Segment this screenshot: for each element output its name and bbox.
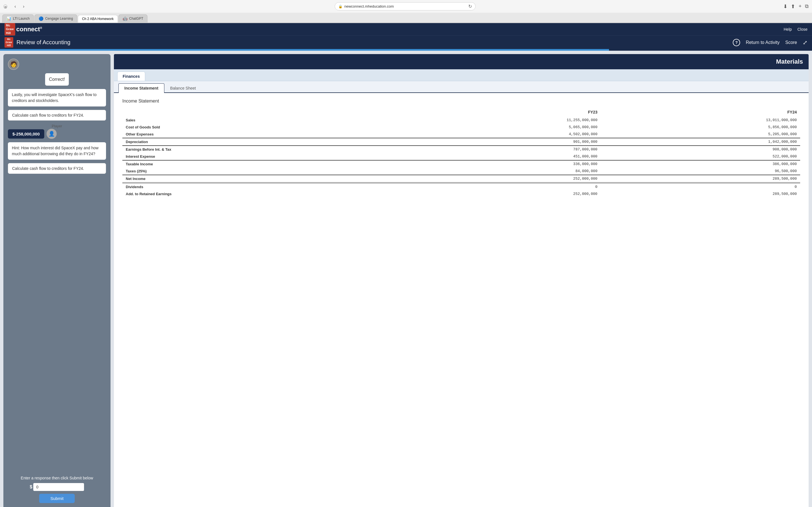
materials-tabs-row: Finances [114, 69, 809, 81]
row-label: Taxable Income [122, 160, 402, 168]
url-text: newconnect.mheducation.com [344, 4, 394, 8]
close-link[interactable]: Close [797, 27, 808, 32]
row-label: Add. to Retained Earnings [122, 190, 402, 198]
row-fy23: 84,000,000 [402, 168, 601, 175]
browser-nav-buttons: ‹ › [12, 3, 27, 10]
score-button[interactable]: Score [785, 40, 797, 45]
dollar-sign: $ [30, 485, 33, 490]
row-fy24: 96,500,000 [601, 168, 800, 175]
chatgpt-favicon: 🤖 [123, 16, 128, 21]
window-controls: ⊞ [3, 4, 7, 8]
tab-cengage[interactable]: 🔵 Cengage Learning [35, 14, 77, 22]
row-fy24: 5,205,000,000 [601, 131, 800, 138]
calculate-creditors-button-1[interactable]: Calculate cash flow to creditors for FY2… [8, 110, 106, 121]
row-fy24: 5,856,000,000 [601, 124, 800, 131]
statement-container: Income Statement FY23 FY24 Sales11,255,0… [114, 93, 809, 203]
statement-title: Income Statement [122, 99, 800, 104]
table-row: Earnings Before Int. & Tax787,000,000908… [122, 146, 800, 153]
table-row: Taxes (25%)84,000,00096,500,000 [122, 168, 800, 175]
lti-favicon: 📊 [6, 16, 11, 21]
player-response-section: Player $-258,000,000 👤 [8, 124, 106, 139]
browser-chrome: ⊞ ‹ › 🔒 newconnect.mheducation.com ↻ ⬇ ⬆… [0, 0, 812, 23]
cash-flow-intro-message: Lastly, you will investigate SpaceX's ca… [8, 89, 106, 107]
window-grid-btn[interactable]: ⊞ [3, 4, 7, 8]
forward-button[interactable]: › [20, 3, 27, 10]
tab-ch2-label: Ch 2 ABA Homework [82, 17, 114, 21]
player-section: $-258,000,000 👤 [8, 129, 106, 139]
player-label: Player [8, 124, 106, 128]
row-fy23: 252,000,000 [402, 175, 601, 183]
player-answer: $-258,000,000 [8, 129, 44, 138]
row-fy24: 13,011,000,000 [601, 117, 800, 124]
table-row: Depreciation901,000,0001,042,000,000 [122, 138, 800, 146]
tab-chatgpt[interactable]: 🤖 ChatGPT [118, 14, 147, 22]
row-fy23: 336,000,000 [402, 160, 601, 168]
mcgrawhill-logo: Mc Graw Hill [4, 23, 15, 36]
tab-ch2-aba[interactable]: Ch 2 ABA Homework [78, 15, 118, 22]
tab-balance-sheet[interactable]: Balance Sheet [164, 83, 202, 93]
submit-button[interactable]: Submit [39, 494, 75, 503]
row-label: Sales [122, 117, 402, 124]
table-row: Net Income252,000,000289,500,000 [122, 175, 800, 183]
row-label: Dividends [122, 183, 402, 190]
chat-panel: 🧑 Correct! Lastly, you will investigate … [3, 54, 110, 507]
cengage-favicon: 🔵 [39, 16, 43, 21]
correct-message: Correct! [45, 73, 69, 86]
tab-income-statement[interactable]: Income Statement [118, 83, 164, 93]
tab-chatgpt-label: ChatGPT [129, 17, 143, 20]
row-fy23: 5,065,000,000 [402, 124, 601, 131]
response-input[interactable] [33, 483, 84, 491]
help-link[interactable]: Help [783, 27, 792, 32]
row-label: Interest Expense [122, 153, 402, 160]
tab-finances[interactable]: Finances [117, 71, 145, 81]
reload-button[interactable]: ↻ [468, 4, 472, 9]
row-label: Net Income [122, 175, 402, 183]
app-header-top: Mc Graw Hill connect® Help Close [0, 23, 812, 36]
tab-lti-launch[interactable]: 📊 LTI Launch [2, 14, 34, 22]
return-to-activity-button[interactable]: Return to Activity [746, 40, 779, 45]
row-label: Earnings Before Int. & Tax [122, 146, 402, 153]
tabs-icon[interactable]: ⧉ [805, 3, 809, 9]
input-area: Enter a response then click Submit below… [8, 471, 106, 507]
materials-panel: Materials Finances Income Statement Bala… [114, 54, 809, 507]
new-tab-icon[interactable]: + [799, 3, 802, 9]
mc-logo-small: Mc Graw Hill [4, 37, 13, 47]
row-fy23: 901,000,000 [402, 138, 601, 146]
col-header-fy23: FY23 [402, 108, 601, 117]
table-row: Sales11,255,000,00013,011,000,000 [122, 117, 800, 124]
row-fy24: 908,000,000 [601, 146, 800, 153]
table-row: Interest Expense451,000,000522,000,000 [122, 153, 800, 160]
table-row: Add. to Retained Earnings252,000,000289,… [122, 190, 800, 198]
download-icon[interactable]: ⬇ [783, 3, 788, 10]
address-bar[interactable]: 🔒 newconnect.mheducation.com ↻ [335, 2, 476, 10]
back-button[interactable]: ‹ [12, 3, 18, 10]
table-row: Other Expenses4,502,000,0005,205,000,000 [122, 131, 800, 138]
row-label: Other Expenses [122, 131, 402, 138]
row-fy23: 451,000,000 [402, 153, 601, 160]
header-main-actions: ? Return to Activity Score ⤢ [733, 39, 808, 46]
dollar-input-row: $ [30, 483, 84, 491]
app-logo: Mc Graw Hill connect® [4, 23, 42, 36]
calculate-creditors-button-2[interactable]: Calculate cash flow to creditors for FY2… [8, 163, 106, 174]
browser-actions: ⬇ ⬆ + ⧉ [783, 3, 809, 10]
page-title: Review of Accounting [17, 39, 70, 46]
connect-logo-text: connect® [16, 25, 42, 33]
spacer [8, 177, 106, 466]
avatar: 🧑 [8, 59, 19, 70]
hint-message: Hint: How much interest did SpaceX pay a… [8, 142, 106, 160]
row-label: Cost of Goods Sold [122, 124, 402, 131]
table-row: Taxable Income336,000,000386,000,000 [122, 160, 800, 168]
table-row: Cost of Goods Sold5,065,000,0005,856,000… [122, 124, 800, 131]
help-button[interactable]: ? [733, 39, 740, 46]
row-fy24: 386,000,000 [601, 160, 800, 168]
row-fy24: 0 [601, 183, 800, 190]
row-label: Taxes (25%) [122, 168, 402, 175]
row-label: Depreciation [122, 138, 402, 146]
row-fy23: 0 [402, 183, 601, 190]
tab-lti-label: LTI Launch [13, 17, 30, 20]
header-top-actions: Help Close [783, 27, 808, 32]
expand-icon[interactable]: ⤢ [803, 39, 808, 46]
share-icon[interactable]: ⬆ [791, 3, 795, 10]
col-header-label [122, 108, 402, 117]
row-fy24: 522,000,000 [601, 153, 800, 160]
